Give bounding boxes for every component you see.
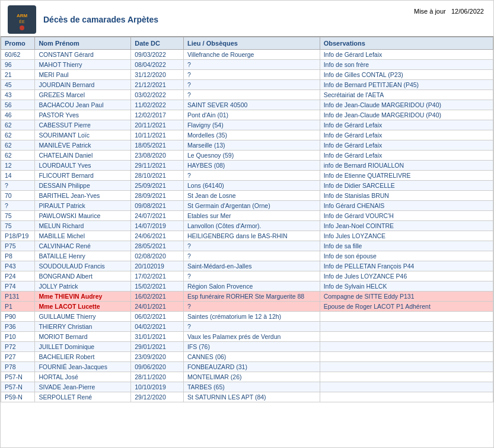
cell-promo: P8 — [1, 251, 35, 261]
cell-nom: BACHELIER Robert — [35, 352, 131, 362]
cell-obs — [320, 332, 493, 342]
cell-promo: P57-N — [1, 372, 35, 382]
cell-date: 08/04/2022 — [131, 60, 184, 70]
cell-nom: BACHACOU Jean Paul — [35, 100, 131, 110]
cell-promo: P75 — [1, 241, 35, 251]
cell-lieu: Pont d'Ain (01) — [183, 110, 320, 120]
cell-lieu: HAYBES (08) — [183, 161, 320, 171]
cell-nom: SIVADE Jean-Pierre — [35, 382, 131, 392]
cell-nom: THIERRY Christian — [35, 322, 131, 332]
cell-obs: Info de Jean-Claude MARGERIDOU (P40) — [320, 110, 493, 120]
cell-obs: Compagne de SITTE Eddy P131 — [320, 292, 493, 302]
cell-obs: Info de Bernard PETITJEAN (P45) — [320, 80, 493, 90]
cell-nom: PASTOR Yves — [35, 110, 131, 120]
cell-date: 10/11/2021 — [131, 130, 184, 140]
table-row: P8BATAILLE Henry02/08/2020?Info de son é… — [1, 251, 493, 261]
table-row: 14FLICOURT Bernard28/10/2021?Info de Eti… — [1, 171, 493, 181]
cell-obs — [320, 342, 493, 352]
cell-promo: 62 — [1, 130, 35, 140]
cell-promo: 56 — [1, 100, 35, 110]
table-row: 62SOURIMANT Loïc10/11/2021Mordelles (35)… — [1, 130, 493, 140]
cell-obs: Info de Gérard Lefaix — [320, 50, 493, 60]
cell-promo: ? — [1, 181, 35, 191]
cell-lieu: Région Salon Provence — [183, 281, 320, 292]
cell-promo: P27 — [1, 352, 35, 362]
cell-obs — [320, 392, 493, 402]
cell-nom: BARITHEL Jean-Yves — [35, 191, 131, 201]
cell-obs: Info de Jules LOYZANCE P46 — [320, 271, 493, 281]
table-row: P36THIERRY Christian04/02/2021? — [1, 322, 493, 332]
cell-obs: Info de son frère — [320, 60, 493, 70]
cell-nom: JUILLET Dominique — [35, 342, 131, 352]
cell-date: 24/07/2021 — [131, 211, 184, 221]
table-row: 56BACHACOU Jean Paul11/02/2022SAINT SEVE… — [1, 100, 493, 110]
cell-lieu: ? — [183, 171, 320, 181]
cell-date: 29/01/2021 — [131, 342, 184, 352]
cell-obs: Info Gérard CHENAIS — [320, 201, 493, 211]
cell-obs: Info de Didier SARCELLE — [320, 181, 493, 191]
cell-promo: 43 — [1, 90, 35, 100]
cell-promo: ? — [1, 201, 35, 211]
cell-lieu: Vaux les Palamex prés de Verdun — [183, 332, 320, 342]
table-row: P27BACHELIER Robert23/09/2020CANNES (06) — [1, 352, 493, 362]
cell-date: 31/01/2021 — [131, 332, 184, 342]
cell-nom: Mme THIEVIN Audrey — [35, 292, 131, 302]
table-row: P18/P19MABILLE Michel24/06/2021HEILIGENB… — [1, 231, 493, 241]
cell-promo: P10 — [1, 332, 35, 342]
table-row: ?PIRAULT Patrick09/08/2021St Germain d'A… — [1, 201, 493, 211]
cell-obs: Info de Jean-Claude MARGERIDOU (P40) — [320, 100, 493, 110]
cell-nom: GUILLAUME Thierry — [35, 312, 131, 322]
cell-promo: P74 — [1, 281, 35, 292]
cell-date: 21/12/2021 — [131, 80, 184, 90]
table-row: P1Mme LACOT Lucette24/01/2021?Epouse de … — [1, 302, 493, 312]
table-row: P10MORIOT Bernard31/01/2021Vaux les Pala… — [1, 332, 493, 342]
cell-promo: 62 — [1, 151, 35, 161]
cell-obs — [320, 352, 493, 362]
table-row: P74JOLLY Patrick15/02/2021Région Salon P… — [1, 281, 493, 292]
cell-obs: Info de Stanislas BRUN — [320, 191, 493, 201]
cell-date: 14/07/2019 — [131, 221, 184, 231]
cell-date: 28/09/2021 — [131, 191, 184, 201]
cell-obs: Secrétairiat de l'AETA — [320, 90, 493, 100]
update-label: Mise à jour — [414, 8, 446, 15]
cell-date: 04/02/2021 — [131, 322, 184, 332]
cell-date: 02/08/2020 — [131, 251, 184, 261]
cell-date: 25/09/2021 — [131, 181, 184, 191]
svg-text:ARM: ARM — [17, 13, 28, 18]
cell-obs: Info Jean-Noel COINTRE — [320, 221, 493, 231]
col-lieu: Lieu / Obsèques — [183, 37, 320, 50]
cell-nom: CHATELAIN Daniel — [35, 151, 131, 161]
cell-lieu: ? — [183, 302, 320, 312]
cell-nom: MORIOT Bernard — [35, 332, 131, 342]
cell-nom: SOUDOULAUD Francis — [35, 261, 131, 271]
cell-promo: P43 — [1, 261, 35, 271]
page-title: Décès de camarades Arpètes — [43, 15, 158, 24]
cell-date: 03/02/2022 — [131, 90, 184, 100]
table-row: 75PAWLOWSKI Maurice24/07/2021Etables sur… — [1, 211, 493, 221]
cell-lieu: Etables sur Mer — [183, 211, 320, 221]
cell-promo: 45 — [1, 80, 35, 90]
cell-date: 17/02/2021 — [131, 271, 184, 281]
cell-obs — [320, 322, 493, 332]
cell-date: 09/06/2020 — [131, 362, 184, 372]
cell-date: 29/11/2021 — [131, 161, 184, 171]
cell-date: 29/12/2020 — [131, 392, 184, 402]
cell-lieu: ? — [183, 90, 320, 100]
cell-date: 10/10/2019 — [131, 382, 184, 392]
cell-nom: BONGRAND Albert — [35, 271, 131, 281]
cell-lieu: Lanvollon (Côtes d'Armor). — [183, 221, 320, 231]
cell-date: 23/09/2020 — [131, 352, 184, 362]
cell-date: 12/02/2017 — [131, 110, 184, 120]
cell-date: 20/102019 — [131, 261, 184, 271]
cell-promo: P1 — [1, 302, 35, 312]
cell-nom: SOURIMANT Loïc — [35, 130, 131, 140]
cell-date: 06/02/2021 — [131, 312, 184, 322]
cell-lieu: St Germain d'Argentan (Orne) — [183, 201, 320, 211]
cell-obs: Info de sa fille — [320, 241, 493, 251]
cell-promo: 14 — [1, 171, 35, 181]
cell-date: 28/11/2020 — [131, 372, 184, 382]
cell-nom: MANILÈVE Patrick — [35, 140, 131, 151]
cell-date: 15/02/2021 — [131, 281, 184, 292]
cell-lieu: Villefranche de Rouerge — [183, 50, 320, 60]
cell-nom: CABESSUT Pierre — [35, 120, 131, 130]
